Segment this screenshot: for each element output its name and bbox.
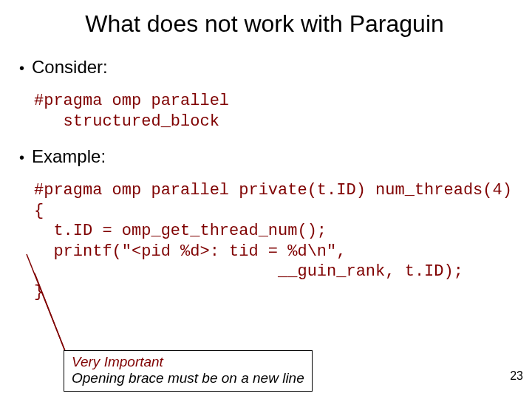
bullet-example: • Example: (19, 146, 517, 167)
page-number: 23 (510, 369, 523, 383)
slide: What does not work with Paraguin • Consi… (0, 0, 532, 399)
code-block-1: #pragma omp parallel structured_block (34, 91, 517, 132)
bullet-dot-icon: • (19, 61, 24, 75)
bullet-consider-label: Consider: (32, 57, 108, 78)
bullet-example-label: Example: (32, 146, 106, 167)
bullet-dot-icon: • (19, 150, 24, 165)
page-title: What does not work with Paraguin (12, 10, 517, 38)
callout-box: Very Important Opening brace must be on … (64, 350, 313, 392)
code-block-2: #pragma omp parallel private(t.ID) num_t… (34, 180, 517, 302)
bullet-consider: • Consider: (19, 57, 517, 78)
callout-title: Very Important (72, 354, 304, 370)
callout-subtext: Opening brace must be on a new line (72, 370, 304, 386)
